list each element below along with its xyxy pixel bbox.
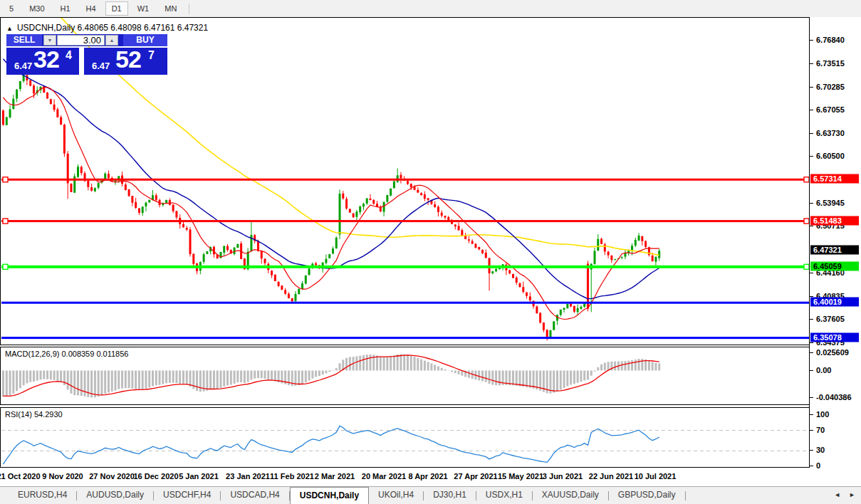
price-axis-tick: 6.53945 [816,199,845,207]
timeframe-button-D1[interactable]: D1 [105,1,128,16]
macd-indicator-panel[interactable]: MACD(12,26,9) 0.008359 0.011856 [0,347,810,405]
sell-price-display[interactable]: 6.47 32 4 [6,48,79,75]
price-axis-tick: 6.37605 [816,315,845,323]
toolbar-separator [189,4,189,14]
chart-tab-USDX-H1[interactable]: USDX,H1 [476,487,532,504]
volume-input[interactable] [57,35,105,46]
buy-price-pips: 52 [115,46,141,73]
hline-6.40019 [1,302,809,304]
tab-divider [685,491,686,500]
hline-6.51483 [1,220,809,222]
line-handle[interactable] [804,219,809,224]
price-axis-tick: 6.76840 [816,36,845,44]
date-axis[interactable]: 21 Oct 20209 Nov 202027 Nov 202016 Dec 2… [0,468,861,485]
hline-6.45059 [1,266,809,268]
price-axis-tick: 6.67055 [816,105,845,114]
price-label-6.35078: 6.35078 [810,332,859,342]
volume-stepper-up[interactable]: ▲ [105,35,118,46]
axis-tick-mark [810,466,813,466]
date-label: 10 Jul 2021 [623,472,687,481]
chart-tab-USDCHF-H4[interactable]: USDCHF,H4 [154,487,220,504]
chevron-up-icon: ▲ [110,38,115,43]
axis-tick-mark [810,156,813,157]
rsi-line [4,426,659,464]
axis-tick-mark [810,226,813,226]
timeframe-button-MN[interactable]: MN [158,1,183,16]
volume-stepper-down[interactable]: ▼ [43,35,56,46]
chart-tab-AUDUSD-Daily[interactable]: AUDUSD,Daily [77,487,153,504]
macd-axis-tick: 0.025609 [816,348,849,357]
rsi-canvas[interactable] [1,408,809,467]
buy-button[interactable]: BUY [123,34,167,46]
buy-price-display[interactable]: 6.47 52 7 [84,48,167,75]
price-axis-tick: 6.60500 [816,152,845,160]
timeframe-button-M30[interactable]: M30 [23,1,51,16]
chevron-down-icon: ▼ [48,38,53,43]
axis-tick-mark [810,370,813,371]
price-axis-tick: 6.63730 [816,129,845,137]
axis-tick-mark [810,450,813,451]
line-handle[interactable] [804,264,809,269]
axis-tick-mark [810,273,813,273]
chart-tab-USDCNH-Daily[interactable]: USDCNH,Daily [290,487,369,504]
chart-tab-USDCAD-H4[interactable]: USDCAD,H4 [221,487,288,504]
axis-tick-mark [810,40,813,41]
chart-tab-bar: EURUSD,H4AUDUSD,DailyUSDCHF,H4USDCAD,H4U… [0,486,861,504]
ma-line-fast [4,88,659,320]
axis-tick-mark [810,319,813,320]
sell-price-prefix: 6.47 [14,61,32,71]
rsi-axis-tick: 30 [816,446,825,454]
rsi-title: RSI(14) 54.2930 [5,410,63,419]
chart-tab-GBPUSD-Daily[interactable]: GBPUSD,Daily [609,487,685,504]
sell-price-pips: 32 [33,46,59,73]
line-handle[interactable] [804,177,809,182]
timeframe-button-H1[interactable]: H1 [54,1,77,16]
chart-header: ▲USDCNH,Daily 6.48065 6.48098 6.47161 6.… [6,23,208,33]
rsi-axis-tick: 100 [816,410,829,419]
axis-tick-mark [810,414,813,415]
timeframe-button-W1[interactable]: W1 [131,1,156,16]
line-handle[interactable] [3,264,8,269]
chart-tab-UKOil-H4[interactable]: UKOil,H4 [369,487,423,504]
macd-title: MACD(12,26,9) 0.008359 0.011856 [5,350,128,358]
one-click-trade-widget: SELL ▼ ▲ BUY 6.47 32 4 6.47 52 7 [6,34,167,75]
line-handle[interactable] [3,177,8,182]
axis-tick-mark [810,63,813,64]
price-label-6.57314: 6.57314 [810,174,859,184]
tab-scroll-left-icon[interactable]: ◄ [834,491,840,498]
chart-tab-XAUUSD-Daily[interactable]: XAUUSD,Daily [533,487,608,504]
price-chart-panel[interactable]: ▲USDCNH,Daily 6.48065 6.48098 6.47161 6.… [0,17,810,345]
tab-scroll-right-icon[interactable]: ► [849,491,855,498]
macd-axis-tick: -0.040386 [816,393,852,401]
chart-tab-EURUSD-H4[interactable]: EURUSD,H4 [9,487,76,504]
timeframe-button-H4[interactable]: H4 [80,1,103,16]
timeframe-button-5[interactable]: 5 [3,1,20,16]
price-label-6.51483: 6.51483 [810,216,859,225]
axis-tick-mark [810,342,813,343]
axis-tick-mark [810,430,813,431]
buy-price-prefix: 6.47 [92,61,110,71]
price-label-6.40019: 6.40019 [810,298,859,307]
tab-scroll-buttons: ◄ ► [834,486,855,503]
chart-ohlc-values: 6.48065 6.48098 6.47161 6.47321 [78,23,209,33]
axis-tick-mark [810,87,813,88]
axis-tick-mark [810,203,813,204]
macd-axis-tick: 0.00 [816,366,831,374]
terminal-window: 5M30H1H4D1W1MN ▲USDCNH,Daily 6.48065 6.4… [0,0,861,504]
price-label-6.45059: 6.45059 [810,261,859,271]
price-axis[interactable]: 6.768406.735156.702856.670556.637306.605… [810,17,861,468]
axis-tick-mark [810,133,813,134]
axis-tick-mark [810,397,813,398]
axis-tick-mark [810,352,813,353]
hline-6.35078 [1,337,809,339]
sell-price-point: 4 [66,49,72,62]
sell-button[interactable]: SELL [6,34,42,46]
rsi-axis-tick: 70 [816,426,825,434]
line-handle[interactable] [3,219,8,224]
chart-tab-DJ30-H1[interactable]: DJ30,H1 [424,487,476,504]
one-click-collapse-icon[interactable]: ▲ [6,25,13,32]
price-axis-tick: 6.70285 [816,83,845,91]
axis-tick-mark [810,110,813,110]
price-axis-tick: 6.73515 [816,59,845,68]
rsi-indicator-panel[interactable]: RSI(14) 54.2930 [0,407,810,468]
